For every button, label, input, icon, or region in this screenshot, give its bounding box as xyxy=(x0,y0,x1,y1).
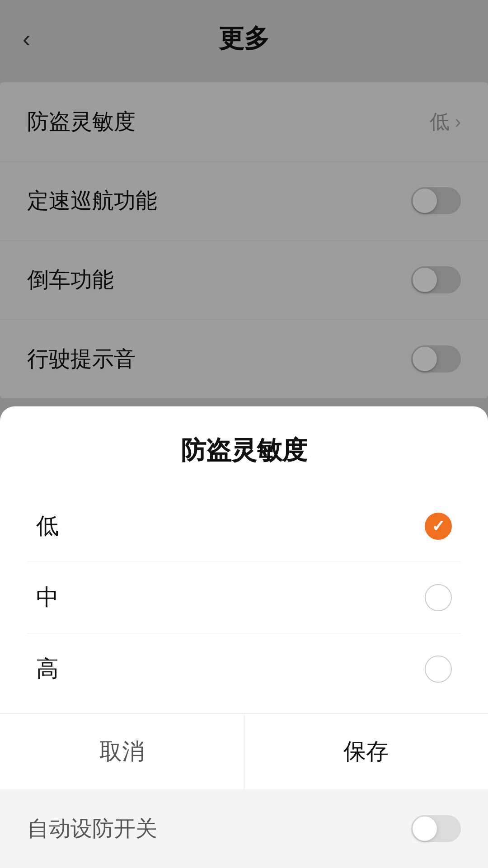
auto-lock-label: 自动设防开关 xyxy=(27,814,157,843)
save-button[interactable]: 保存 xyxy=(244,714,488,789)
option-medium-radio[interactable] xyxy=(425,584,452,611)
dialog-body: 防盗灵敏度 低 中 高 xyxy=(0,406,488,713)
option-high-label: 高 xyxy=(36,654,59,684)
sensitivity-dialog: 防盗灵敏度 低 中 高 取消 保存 自动设防开关 xyxy=(0,406,488,868)
option-medium[interactable]: 中 xyxy=(27,562,461,633)
option-medium-label: 中 xyxy=(36,582,59,613)
auto-lock-toggle[interactable] xyxy=(411,815,461,842)
option-low-label: 低 xyxy=(36,511,59,541)
dialog-title: 防盗灵敏度 xyxy=(27,434,461,468)
option-low[interactable]: 低 xyxy=(27,491,461,562)
dialog-overlay[interactable]: 防盗灵敏度 低 中 高 取消 保存 自动设防开关 xyxy=(0,0,488,868)
option-high-radio[interactable] xyxy=(425,656,452,683)
dialog-actions: 取消 保存 xyxy=(0,713,488,789)
cancel-button[interactable]: 取消 xyxy=(0,714,244,789)
auto-lock-row: 自动设防开关 xyxy=(0,789,488,868)
option-low-radio[interactable] xyxy=(425,513,452,540)
option-high[interactable]: 高 xyxy=(27,633,461,704)
